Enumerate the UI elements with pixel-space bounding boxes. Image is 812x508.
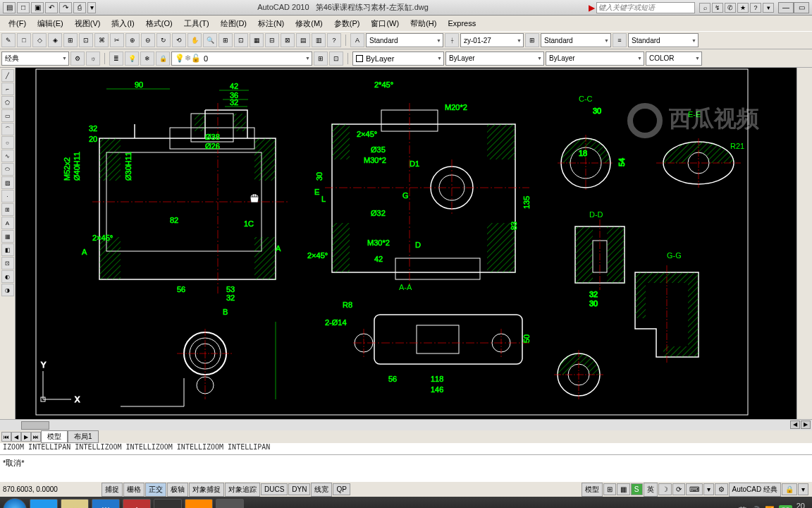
lock-icon[interactable]: 🔒: [156, 52, 170, 66]
bulb-icon[interactable]: 💡: [125, 52, 139, 66]
layer-state-icon[interactable]: ⊞: [314, 52, 328, 66]
text-icon[interactable]: A: [1, 217, 14, 229]
ann-icon[interactable]: ⟳: [672, 483, 685, 495]
lineweight-select[interactable]: ByLayer: [546, 52, 644, 66]
minimize-button[interactable]: —: [778, 2, 794, 13]
modelspace-button[interactable]: 模型: [582, 483, 603, 497]
zoom-icon[interactable]: 🔍: [203, 33, 217, 47]
table-icon[interactable]: ▦: [1, 230, 14, 243]
layer-select[interactable]: 💡❄🔓0: [171, 52, 312, 66]
tab-last-icon[interactable]: ⏭: [31, 432, 41, 442]
dimstyle-select[interactable]: zy-01-27: [460, 33, 524, 47]
play-icon[interactable]: ▶: [185, 499, 213, 508]
tool-icon[interactable]: ⊟: [265, 33, 279, 47]
lock-icon[interactable]: 🔒: [782, 483, 797, 495]
network-icon[interactable]: 📶: [765, 506, 775, 509]
hscrollbar[interactable]: ◀ ▶: [0, 419, 812, 430]
hatch-icon[interactable]: ▨: [1, 176, 14, 189]
osnap-toggle[interactable]: 对象捕捉: [189, 483, 224, 497]
tool-icon[interactable]: ⊕: [125, 33, 140, 47]
tab-layout1[interactable]: 布局1: [68, 430, 99, 443]
tool-icon[interactable]: ⊠: [281, 33, 295, 47]
tablestyle-icon[interactable]: ⊞: [525, 33, 539, 47]
dyn-toggle[interactable]: DYN: [288, 483, 310, 495]
clock[interactable]: 20201: [796, 502, 809, 508]
tool-icon[interactable]: ◑: [1, 284, 14, 296]
menu-window[interactable]: 窗口(W): [365, 17, 405, 30]
quickview-icon[interactable]: ▦: [617, 483, 630, 495]
polar-toggle[interactable]: 极轴: [167, 483, 188, 497]
spline-icon[interactable]: ∿: [1, 150, 14, 162]
tool-icon[interactable]: ✎: [1, 33, 16, 47]
tool-icon[interactable]: ↻: [156, 33, 171, 47]
tool-icon[interactable]: ◐: [1, 270, 14, 283]
polygon-icon[interactable]: ⬠: [1, 96, 14, 109]
key-icon[interactable]: ↯: [712, 3, 723, 13]
binoculars-icon[interactable]: ⌕: [699, 3, 710, 13]
plotstyle-select[interactable]: COLOR: [646, 52, 702, 66]
pline-icon[interactable]: ⌐: [1, 83, 14, 95]
tool-icon[interactable]: ⊡: [1, 257, 14, 270]
moon-icon[interactable]: ☽: [658, 483, 672, 495]
menu-tools[interactable]: 工具(T): [178, 17, 215, 30]
tray-icon[interactable]: ▾: [703, 483, 714, 495]
freeze-icon[interactable]: ❄: [140, 52, 154, 66]
tool-icon[interactable]: ⟲: [172, 33, 186, 47]
ie-icon[interactable]: e: [30, 499, 58, 508]
prompt-icon[interactable]: >_: [154, 499, 182, 508]
tool-icon[interactable]: ⊡: [79, 33, 93, 47]
maximize-button[interactable]: ▭: [794, 2, 809, 13]
chevron-down-icon[interactable]: ▾: [763, 3, 774, 13]
explorer-icon[interactable]: 📁: [61, 499, 89, 508]
menu-view[interactable]: 视图(V): [69, 17, 106, 30]
camera-icon[interactable]: 📷: [216, 499, 244, 508]
menu-insert[interactable]: 插入(I): [106, 17, 140, 30]
tool-icon[interactable]: ▤: [296, 33, 310, 47]
tray-expand-icon[interactable]: ▾: [798, 483, 808, 495]
undo-icon[interactable]: ↶: [45, 2, 58, 13]
region-icon[interactable]: ◧: [1, 243, 14, 256]
qp-toggle[interactable]: QP: [333, 483, 350, 495]
menu-help[interactable]: 帮助(H): [405, 17, 442, 30]
tool-icon[interactable]: ⊡: [234, 33, 248, 47]
menu-modify[interactable]: 修改(M): [290, 17, 328, 30]
linetype-select[interactable]: ByLayer: [445, 52, 544, 66]
word-icon[interactable]: W: [92, 499, 120, 508]
tab-first-icon[interactable]: ⏮: [1, 432, 11, 442]
tool-icon[interactable]: ?: [327, 33, 341, 47]
menu-express[interactable]: Express: [442, 18, 481, 29]
redo-icon[interactable]: ↷: [59, 2, 72, 13]
snap-toggle[interactable]: 捕捉: [102, 483, 123, 497]
circle-icon[interactable]: ○: [1, 136, 14, 149]
ellipse-icon[interactable]: ⬭: [1, 163, 14, 176]
dropdown-icon[interactable]: ▾: [87, 2, 96, 13]
tool-icon[interactable]: ⌘: [94, 33, 109, 47]
menu-file[interactable]: 件(F): [3, 17, 32, 30]
ortho-toggle[interactable]: 正交: [145, 483, 166, 497]
drawing-canvas[interactable]: 西瓜视频: [16, 68, 796, 419]
tool-icon[interactable]: ◇: [32, 33, 47, 47]
comm-icon[interactable]: ✆: [725, 3, 736, 13]
menu-draw[interactable]: 绘图(D): [215, 17, 252, 30]
workspace-switch[interactable]: AutoCAD 经典: [729, 483, 781, 497]
tab-prev-icon[interactable]: ◀: [11, 432, 21, 442]
tab-next-icon[interactable]: ▶: [21, 432, 31, 442]
menu-format[interactable]: 格式(O): [140, 17, 178, 30]
layer-props-icon[interactable]: ≣: [109, 52, 123, 66]
tool-icon[interactable]: □: [17, 33, 31, 47]
workspace-select[interactable]: 经典: [1, 52, 69, 66]
layer-iso-icon[interactable]: ⊡: [329, 52, 343, 66]
mlstyle-icon[interactable]: ≡: [613, 33, 627, 47]
tray-ime[interactable]: 英: [739, 505, 746, 509]
menu-edit[interactable]: 编辑(E): [32, 17, 69, 30]
ducs-toggle[interactable]: DUCS: [261, 483, 288, 495]
tool-icon[interactable]: ◈: [48, 33, 62, 47]
tool-icon[interactable]: ✂: [110, 33, 124, 47]
search-input[interactable]: [596, 2, 695, 13]
app-menu-icon[interactable]: ▤: [3, 2, 16, 13]
tool-icon[interactable]: ▥: [312, 33, 326, 47]
tool-icon[interactable]: ⊖: [141, 33, 155, 47]
scrollbar-thumb[interactable]: [21, 421, 49, 430]
s-icon[interactable]: S: [631, 483, 643, 495]
textstyle-icon[interactable]: A: [350, 33, 364, 47]
